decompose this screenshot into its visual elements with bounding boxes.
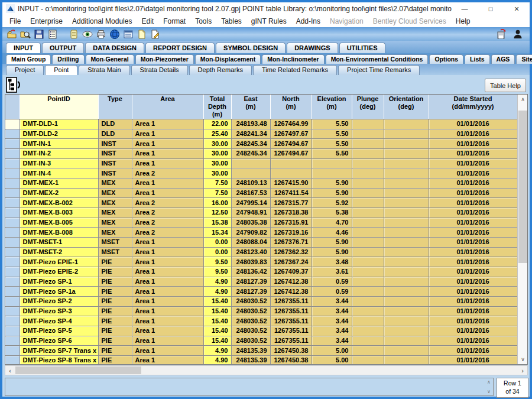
cell-plunge[interactable] bbox=[352, 287, 384, 297]
group-tab-mon-inclinometer[interactable]: Mon-Inclinometer bbox=[262, 54, 325, 64]
row-selector[interactable] bbox=[5, 336, 20, 346]
script-icon[interactable] bbox=[68, 28, 80, 40]
cell-elevation[interactable]: 5.90 bbox=[312, 237, 352, 247]
cell-total-depth[interactable]: 15.40 bbox=[203, 316, 231, 326]
row-selector[interactable] bbox=[5, 158, 20, 168]
cell-east[interactable]: 248135.39 bbox=[231, 346, 270, 356]
cell-elevation[interactable]: 3.44 bbox=[312, 326, 352, 336]
cell-total-depth[interactable]: 0.00 bbox=[203, 237, 231, 247]
form-icon[interactable] bbox=[122, 28, 134, 40]
save-icon[interactable] bbox=[33, 28, 45, 40]
cell-plunge[interactable] bbox=[352, 129, 384, 139]
cell-elevation[interactable]: 0.59 bbox=[312, 287, 352, 297]
cell-type[interactable]: INST bbox=[98, 158, 132, 168]
cell-type[interactable]: INST bbox=[98, 168, 132, 179]
cell-elevation[interactable]: 5.00 bbox=[312, 356, 352, 364]
cell-orientation[interactable] bbox=[384, 178, 429, 188]
cell-north[interactable]: 1267376.71 bbox=[270, 237, 312, 247]
cell-type[interactable]: MEX bbox=[98, 207, 132, 218]
menu-item-edit[interactable]: Edit bbox=[137, 17, 158, 25]
cell-pointid[interactable]: DMT-Piezo SP-3 bbox=[20, 306, 98, 316]
group-tab-lists[interactable]: Lists bbox=[465, 54, 490, 64]
row-selector[interactable] bbox=[5, 168, 20, 179]
cell-date-started[interactable]: 01/01/2016 bbox=[429, 228, 517, 238]
cell-area[interactable]: Area 1 bbox=[132, 346, 203, 356]
cell-area[interactable]: Area 1 bbox=[132, 247, 203, 257]
cell-type[interactable]: PIE bbox=[98, 306, 132, 316]
cell-elevation[interactable]: 5.50 bbox=[312, 129, 352, 139]
cell-plunge[interactable] bbox=[352, 178, 384, 188]
cell-plunge[interactable] bbox=[352, 356, 384, 364]
cell-orientation[interactable] bbox=[384, 168, 429, 179]
cell-type[interactable]: PIE bbox=[98, 316, 132, 326]
cell-orientation[interactable] bbox=[384, 267, 429, 277]
cell-east[interactable]: 248241.34 bbox=[231, 129, 270, 139]
scroll-down-icon[interactable]: ∨ bbox=[518, 355, 528, 364]
cell-east[interactable]: 248127.39 bbox=[231, 277, 270, 287]
col-header-selector[interactable] bbox=[5, 95, 20, 119]
cell-plunge[interactable] bbox=[352, 139, 384, 149]
cell-north[interactable]: 1267497.67 bbox=[270, 129, 312, 139]
cell-orientation[interactable] bbox=[384, 316, 429, 326]
cell-north[interactable]: 1267464.99 bbox=[270, 119, 312, 129]
cell-type[interactable]: MSET bbox=[98, 237, 132, 247]
cell-north[interactable]: 1267494.67 bbox=[270, 148, 312, 158]
cell-orientation[interactable] bbox=[384, 306, 429, 316]
cell-total-depth[interactable]: 0.00 bbox=[203, 247, 231, 257]
cell-north[interactable]: 1267315.77 bbox=[270, 198, 312, 208]
cell-pointid[interactable]: DMT-Piezo SP-1a bbox=[20, 287, 98, 297]
cell-north[interactable]: 1267362.32 bbox=[270, 247, 312, 257]
cell-type[interactable]: PIE bbox=[98, 257, 132, 267]
cell-east[interactable]: 247995.14 bbox=[231, 198, 270, 208]
cell-total-depth[interactable]: 9.50 bbox=[203, 267, 231, 277]
cell-north[interactable]: 1267355.11 bbox=[270, 316, 312, 326]
cell-pointid[interactable]: DMT-DLD-2 bbox=[20, 129, 98, 139]
cell-area[interactable]: Area 2 bbox=[132, 207, 203, 218]
tab-output[interactable]: OUTPUT bbox=[42, 43, 84, 53]
cell-date-started[interactable]: 01/01/2016 bbox=[429, 287, 517, 297]
cell-total-depth[interactable]: 15.40 bbox=[203, 326, 231, 336]
cell-date-started[interactable]: 01/01/2016 bbox=[429, 119, 517, 129]
cell-area[interactable]: Area 1 bbox=[132, 188, 203, 198]
cell-elevation[interactable] bbox=[312, 158, 352, 168]
menu-item-tables[interactable]: Tables bbox=[216, 17, 246, 25]
cell-plunge[interactable] bbox=[352, 306, 384, 316]
cell-north[interactable]: 1267409.37 bbox=[270, 267, 312, 277]
cell-date-started[interactable]: 01/01/2016 bbox=[429, 267, 517, 277]
cell-date-started[interactable]: 01/01/2016 bbox=[429, 139, 517, 149]
cell-north[interactable]: 1267318.38 bbox=[270, 207, 312, 218]
cell-plunge[interactable] bbox=[352, 207, 384, 218]
cell-area[interactable]: Area 1 bbox=[132, 287, 203, 297]
preview-eye-icon[interactable] bbox=[82, 28, 93, 40]
cell-total-depth[interactable]: 9.50 bbox=[203, 257, 231, 267]
cell-total-depth[interactable]: 30.00 bbox=[203, 168, 231, 179]
cell-orientation[interactable] bbox=[384, 228, 429, 238]
cell-pointid[interactable]: DMT-Piezo SP-6 bbox=[20, 336, 98, 346]
cell-date-started[interactable]: 01/01/2016 bbox=[429, 346, 517, 356]
row-selector[interactable] bbox=[5, 257, 20, 267]
cell-type[interactable]: MEX bbox=[98, 228, 132, 238]
table-tab-time-related-remarks[interactable]: Time Related Remarks bbox=[253, 65, 337, 75]
cell-plunge[interactable] bbox=[352, 346, 384, 356]
cell-elevation[interactable]: 5.38 bbox=[312, 207, 352, 218]
row-selector[interactable] bbox=[5, 148, 20, 158]
tab-report-design[interactable]: REPORT DESIGN bbox=[145, 43, 215, 53]
cell-date-started[interactable]: 01/01/2016 bbox=[429, 277, 517, 287]
group-tab-mon-piezometer[interactable]: Mon-Piezometer bbox=[135, 54, 194, 64]
cell-north[interactable]: 1267450.38 bbox=[270, 346, 312, 356]
sync-save-icon[interactable] bbox=[495, 28, 507, 40]
row-selector[interactable] bbox=[5, 247, 20, 257]
cell-north[interactable]: 1267412.38 bbox=[270, 277, 312, 287]
minimize-button[interactable]: — bbox=[452, 2, 478, 15]
cell-elevation[interactable]: 5.00 bbox=[312, 346, 352, 356]
cell-east[interactable]: 248193.48 bbox=[231, 119, 270, 129]
cell-plunge[interactable] bbox=[352, 198, 384, 208]
cell-orientation[interactable] bbox=[384, 218, 429, 228]
group-tab-ags[interactable]: AGS bbox=[491, 54, 515, 64]
cell-plunge[interactable] bbox=[352, 297, 384, 307]
cell-east[interactable] bbox=[231, 168, 270, 179]
cell-east[interactable]: 247909.82 bbox=[231, 228, 270, 238]
cell-north[interactable]: 1267415.90 bbox=[270, 178, 312, 188]
cell-orientation[interactable] bbox=[384, 119, 429, 129]
cell-type[interactable]: PIE bbox=[98, 277, 132, 287]
